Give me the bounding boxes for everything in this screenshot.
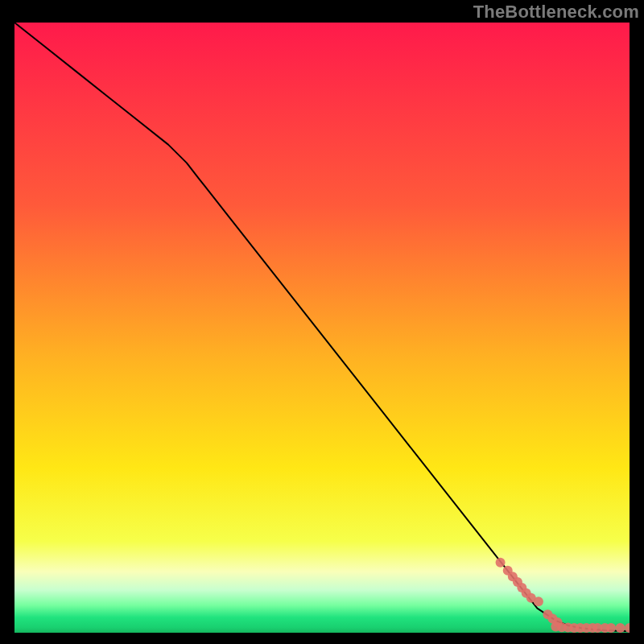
chart-background <box>14 23 630 633</box>
series-dots-bottom-point <box>616 623 625 633</box>
series-dots-diagonal-point <box>534 597 543 606</box>
series-dots-diagonal-point <box>496 558 506 568</box>
watermark-text: TheBottleneck.com <box>473 2 639 23</box>
chart-stage: TheBottleneck.com <box>0 0 644 644</box>
series-dots-bottom-point <box>606 623 616 633</box>
chart-svg <box>14 23 630 633</box>
